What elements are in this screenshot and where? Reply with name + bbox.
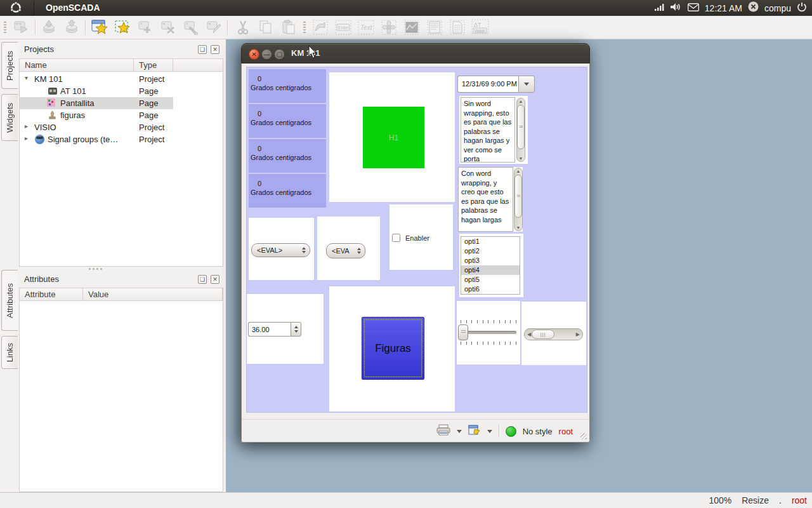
tab-projects[interactable]: Projects [1,42,18,89]
float-panel-button[interactable]: ❏ [198,45,207,54]
scroll-up-icon[interactable]: ▲ [514,169,523,173]
display-box[interactable]: 0Grados centigrados [249,69,326,103]
h1-green-square[interactable]: H1 [363,107,424,168]
widgets-toolbar-handle[interactable] [303,22,306,33]
spin-up-icon[interactable] [302,247,306,250]
widget-document-icon[interactable] [448,18,467,37]
scroll-right-icon[interactable]: ▶ [576,331,580,337]
scrollbar-thumb[interactable] [514,175,522,218]
new-project-button[interactable] [90,18,109,37]
export-image-button[interactable] [468,424,481,438]
scrollbar-thumb[interactable]: ||| [532,330,554,339]
close-window-button[interactable]: ✕ [249,49,259,60]
display-box[interactable]: 0Grados centigrados [249,139,326,173]
dropdown-button[interactable] [518,76,535,93]
copy-button[interactable] [256,18,275,37]
display-box[interactable]: 0Grados centigrados [249,174,326,208]
scroll-down-icon[interactable]: ▼ [516,156,525,161]
ubuntu-logo-icon[interactable] [10,2,22,16]
display-box[interactable]: 0Grados centigrados [249,104,326,138]
tree-row-km101[interactable]: ▾ KM 101 Project [20,73,223,85]
expander-closed-icon[interactable]: ▸ [25,135,28,142]
resize-grip[interactable] [580,433,587,439]
toolbar-handle[interactable] [4,22,6,33]
column-header-name[interactable]: Name [20,59,134,71]
scroll-down-icon[interactable]: ▼ [514,225,523,230]
close-panel-button[interactable]: ✕ [211,275,219,284]
scrollbar-thumb[interactable] [517,105,525,149]
widget-properties-button[interactable] [181,18,200,37]
widget-form-element-icon[interactable]: Enter [334,18,353,37]
tree-row-visio[interactable]: ▸ VISIO Project [20,121,223,133]
number-value[interactable]: 36.00 [248,322,291,337]
run-project-button[interactable] [11,18,30,37]
edit-widget-button[interactable] [204,18,223,37]
tab-attributes[interactable]: Attributes [1,270,18,331]
vertical-scrollbar[interactable]: ▲ ▼ [516,98,525,162]
print-menu-chevron-icon[interactable] [457,430,462,433]
spin-down-icon[interactable] [294,330,298,333]
clock[interactable]: 12:21 AM [705,3,742,13]
user-menu[interactable]: compu [764,3,791,13]
expander-open-icon[interactable]: ▾ [25,74,28,81]
save-to-db-button[interactable] [62,18,81,37]
eval-combobox[interactable]: <EVAL> [251,243,310,257]
session-indicator-icon[interactable] [748,1,759,15]
power-icon[interactable] [797,2,807,15]
datetime-value[interactable]: 12/31/69 9:00 PM [457,76,518,93]
widget-text-icon[interactable]: Text [357,18,376,37]
scroll-up-icon[interactable]: ▲ [516,99,525,104]
list-item[interactable]: opti1 [461,237,520,246]
spin-down-icon[interactable] [302,251,306,253]
network-signal-icon[interactable] [655,3,665,14]
column-header-value[interactable]: Value [83,288,223,300]
volume-icon[interactable] [671,3,682,14]
widget-protocol-icon[interactable] [425,18,444,37]
page-canvas[interactable]: 0Grados centigrados 0Grados centigrados … [246,67,587,413]
maximize-window-button[interactable]: ▢ [274,49,285,60]
slider-handle[interactable] [458,324,468,340]
tree-row-at101[interactable]: AT 101 Page [20,85,223,97]
options-list[interactable]: opti1 opti2 opti3 opti4 opti5 opti6 [461,236,520,295]
tree-row-pantallita[interactable]: Pantallita Page [20,97,223,109]
spin-up-icon[interactable] [357,248,361,250]
print-button[interactable] [436,424,450,438]
eval-spinbox[interactable]: <EVA [326,243,365,258]
cut-button[interactable] [233,18,252,37]
minimize-window-button[interactable]: — [261,49,272,60]
tab-widgets[interactable]: Widgets [1,94,18,141]
export-menu-chevron-icon[interactable] [487,430,492,433]
add-widget-button[interactable] [136,18,155,37]
spin-down-icon[interactable] [357,251,361,254]
expander-closed-icon[interactable]: ▸ [25,123,28,130]
load-from-db-button[interactable] [39,18,58,37]
spin-up-icon[interactable] [294,326,298,328]
tab-links[interactable]: Links [1,336,18,369]
float-panel-button[interactable]: ❏ [198,275,207,284]
paste-button[interactable] [279,18,298,37]
list-item[interactable]: opti5 [461,275,520,284]
window-titlebar[interactable]: ✕ — ▢ KM 101 [241,43,590,64]
close-panel-button[interactable]: ✕ [211,45,219,54]
new-widget-library-button[interactable] [113,18,132,37]
enabler-checkbox[interactable] [392,234,400,242]
figuras-button[interactable]: Figuras [362,317,424,380]
list-item[interactable]: opti2 [461,246,520,256]
widget-media-icon[interactable] [379,18,398,37]
mail-icon[interactable] [688,3,699,14]
number-spinbox[interactable]: 36.00 [248,322,301,337]
delete-widget-button[interactable] [159,18,178,37]
text-area-wrap[interactable]: Con word wrapping, y creo que esto es pa… [458,167,513,232]
list-item[interactable]: opti6 [461,284,520,294]
tree-row-figuras[interactable]: figuras Page [20,109,223,121]
list-item[interactable]: opti3 [461,256,520,265]
column-header-attribute[interactable]: Attribute [20,288,83,300]
widget-shape-icon[interactable] [311,18,330,37]
widget-diagram-icon[interactable] [402,18,421,37]
scroll-left-icon[interactable]: ◀ [527,331,531,337]
horizontal-scrollbar[interactable]: ◀ ||| ▶ [524,328,583,340]
list-item-selected[interactable]: opti4 [461,265,520,275]
vertical-scrollbar[interactable]: ▲ ▼ [514,168,523,231]
datetime-combobox[interactable]: 12/31/69 9:00 PM [457,76,535,93]
widget-function-value-icon[interactable]: ΔTValue [471,18,490,37]
